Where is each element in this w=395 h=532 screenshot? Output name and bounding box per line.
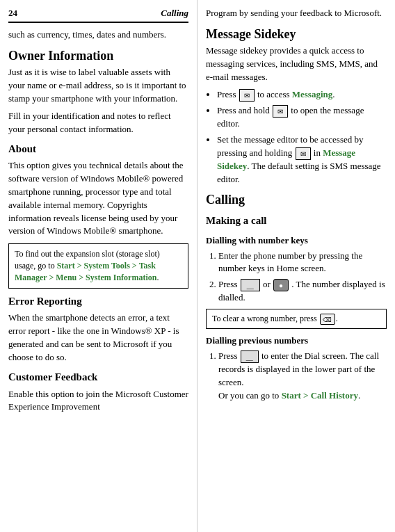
note-period: .: [156, 273, 159, 282]
dialling-steps-list: Enter the phone number by pressing the n…: [218, 250, 387, 305]
owner-information-heading: Owner Information: [8, 49, 188, 64]
message-icon-btn3: ✉: [296, 147, 311, 160]
previous-step1: Press __ to enter the Dial screen. The c…: [218, 350, 387, 403]
left-column: 24 Calling such as currency, times, date…: [0, 0, 198, 532]
dialling-step2: Press __ or ● . The number displayed is …: [218, 278, 387, 305]
owner-para2: Fill in your identification and notes to…: [8, 110, 188, 136]
page-number: 24: [8, 7, 17, 20]
message-bullet2: Press and hold ✉ to open the message edi…: [217, 104, 387, 131]
bullet3-in: in: [314, 147, 323, 158]
bullet1-middle: to access: [257, 89, 292, 99]
dialling-previous-list: Press __ to enter the Dial screen. The c…: [218, 350, 387, 403]
clear-number-box: To clear a wrong number, press ⌫.: [206, 309, 387, 329]
note-box: To find out the expansion slot (storage …: [8, 243, 188, 288]
prev-step1-link: Start > Call History: [282, 390, 358, 401]
page-container: 24 Calling such as currency, times, date…: [0, 0, 395, 532]
error-reporting-para1: When the smartphone detects an error, a …: [8, 312, 188, 364]
info-box-text: To clear a wrong number, press: [212, 314, 317, 323]
customer-feedback-cont: Program by sending your feedback to Micr…: [206, 7, 387, 20]
making-a-call-heading: Making a call: [206, 213, 387, 229]
step2-prefix: Press: [218, 279, 237, 289]
owner-para1: Just as it is wise to label valuable ass…: [8, 66, 188, 106]
right-column: Program by sending your feedback to Micr…: [198, 0, 395, 532]
note-link1: Start > System Tools >: [57, 261, 137, 271]
customer-feedback-para1: Enable this option to join the Microsoft…: [8, 388, 188, 414]
bullet1-prefix: Press: [217, 89, 236, 99]
message-icon-btn: ✉: [239, 89, 255, 102]
bullet1-link: Messaging: [292, 89, 333, 99]
message-sidekey-intro: Message sidekey provides a quick access …: [206, 45, 387, 84]
error-reporting-heading: Error Reporting: [8, 294, 188, 309]
info-box-period: .: [336, 314, 338, 323]
prev-step1-period: .: [358, 390, 360, 401]
message-sidekey-heading: Message Sidekey: [206, 27, 387, 42]
chapter-title: Calling: [161, 7, 188, 20]
prev-step1-prefix: Press: [218, 350, 237, 361]
header-bar: 24 Calling: [8, 7, 188, 23]
about-para1: This option gives you technical details …: [8, 159, 188, 238]
message-bullet1: Press ✉ to access Messaging.: [217, 88, 387, 102]
phone-dark-icon-btn: ●: [273, 279, 289, 291]
message-icon-btn2: ✉: [273, 105, 288, 118]
backspace-icon-btn: ⌫: [320, 314, 335, 325]
prev-step1-or: Or you can go to: [218, 390, 279, 401]
phone-icon-btn: __: [241, 279, 260, 291]
bullet1-period: .: [332, 89, 334, 99]
phone-icon-btn2: __: [241, 350, 259, 363]
message-bullet3: Set the message editor to be accessed by…: [217, 134, 387, 186]
step2-or: or: [263, 279, 273, 289]
dialling-previous-heading: Dialling previous numbers: [206, 334, 387, 348]
customer-feedback-heading: Customer Feedback: [8, 370, 188, 385]
intro-text: such as currency, times, dates and numbe…: [8, 29, 188, 42]
calling-heading: Calling: [206, 193, 387, 208]
bullet2-prefix: Press and hold: [217, 105, 270, 115]
about-heading: About: [8, 142, 188, 157]
dialling-step1: Enter the phone number by pressing the n…: [218, 250, 387, 276]
message-sidekey-list: Press ✉ to access Messaging. Press and h…: [217, 88, 387, 186]
dialling-number-keys-heading: Dialling with number keys: [206, 234, 387, 248]
